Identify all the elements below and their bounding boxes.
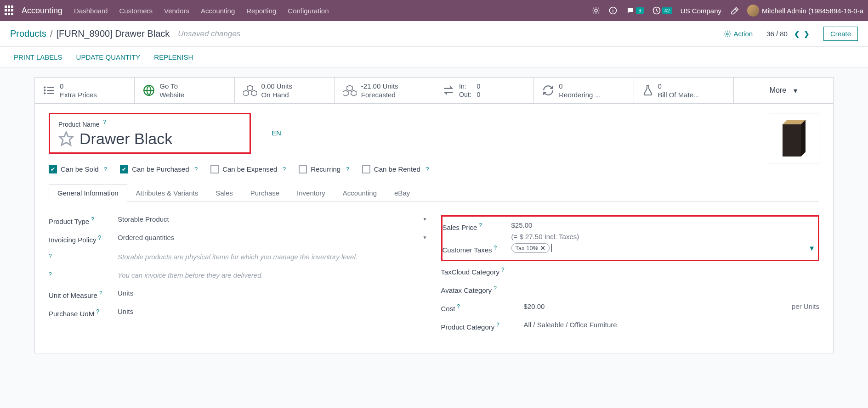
nav-configuration[interactable]: Configuration bbox=[288, 7, 329, 15]
help-icon[interactable]: ? bbox=[457, 303, 460, 310]
tab-ebay[interactable]: eBay bbox=[386, 184, 419, 201]
cost-per: per Units bbox=[792, 302, 819, 310]
invoicing-policy-select[interactable]: Ordered quantities▼ bbox=[118, 234, 427, 241]
stat-forecasted[interactable]: -21.00 UnitsForecasted bbox=[335, 78, 434, 103]
apps-icon[interactable] bbox=[5, 6, 15, 16]
stat-reordering[interactable]: 0Reordering ... bbox=[534, 78, 634, 103]
nav-accounting[interactable]: Accounting bbox=[201, 7, 235, 15]
stat-in-out[interactable]: In:0 Out:0 bbox=[434, 78, 534, 103]
svg-marker-13 bbox=[801, 120, 806, 156]
invoice-note: You can invoice them before they are del… bbox=[118, 270, 427, 281]
pager-next[interactable]: ❯ bbox=[804, 30, 810, 38]
create-button[interactable]: Create bbox=[823, 27, 858, 41]
support-icon[interactable] bbox=[608, 6, 618, 15]
tab-attributes-variants[interactable]: Attributes & Variants bbox=[127, 184, 207, 201]
product-name-input[interactable]: Drawer Black bbox=[79, 130, 172, 148]
messages-icon[interactable]: 9 bbox=[626, 6, 643, 15]
tab-accounting[interactable]: Accounting bbox=[334, 184, 386, 201]
help-icon[interactable]: ? bbox=[103, 119, 106, 125]
cost-value[interactable]: $20.00 bbox=[524, 302, 545, 310]
flask-icon bbox=[642, 84, 653, 96]
help-icon[interactable]: ? bbox=[49, 253, 52, 259]
actions-row: PRINT LABELS UPDATE QUANTITY REPLENISH bbox=[0, 47, 868, 68]
breadcrumb: Products / [FURN_8900] Drawer Black bbox=[10, 28, 170, 39]
puom-value[interactable]: Units bbox=[118, 307, 427, 315]
help-icon[interactable]: ? bbox=[98, 235, 101, 241]
tools-icon[interactable] bbox=[730, 6, 739, 15]
pager-count[interactable]: 36 / 80 bbox=[766, 30, 788, 38]
company-switcher[interactable]: US Company bbox=[681, 7, 721, 15]
svg-point-4 bbox=[44, 87, 45, 88]
tag-remove-icon[interactable]: ✕ bbox=[540, 245, 545, 252]
pager-prev[interactable]: ❮ bbox=[794, 30, 800, 38]
help-icon[interactable]: ? bbox=[426, 166, 429, 173]
help-icon[interactable]: ? bbox=[99, 290, 102, 296]
favorite-star-icon[interactable] bbox=[58, 131, 74, 146]
help-icon[interactable]: ? bbox=[91, 216, 94, 223]
tab-sales[interactable]: Sales bbox=[207, 184, 242, 201]
tab-general-information[interactable]: General Information bbox=[49, 184, 127, 201]
stat-more[interactable]: More ▾ bbox=[734, 78, 833, 103]
check-can-be-expensed[interactable]: Can be Expensed? bbox=[210, 165, 286, 173]
pager: 36 / 80 ❮ ❯ bbox=[766, 30, 810, 38]
product-image[interactable] bbox=[769, 113, 819, 163]
checkbox-icon bbox=[362, 165, 370, 173]
app-brand[interactable]: Accounting bbox=[22, 6, 62, 16]
breadcrumb-root[interactable]: Products bbox=[10, 28, 46, 39]
invoicing-policy-label: Invoicing Policy? bbox=[49, 234, 118, 244]
help-icon[interactable]: ? bbox=[496, 322, 499, 328]
update-quantity-button[interactable]: UPDATE QUANTITY bbox=[76, 53, 141, 61]
globe-icon bbox=[143, 84, 155, 96]
help-icon[interactable]: ? bbox=[494, 285, 497, 291]
product-name-label: Product Name bbox=[58, 121, 99, 128]
print-labels-button[interactable]: PRINT LABELS bbox=[14, 53, 62, 61]
breadcrumb-current: [FURN_8900] Drawer Black bbox=[57, 28, 170, 39]
action-menu[interactable]: Action bbox=[724, 30, 753, 38]
left-column: Product Type? Storable Product▼ Invoicin… bbox=[49, 215, 427, 339]
activities-icon[interactable]: 42 bbox=[652, 6, 672, 15]
nav-customers[interactable]: Customers bbox=[119, 7, 153, 15]
check-can-be-sold[interactable]: ✔ Can be Sold? bbox=[49, 165, 107, 173]
check-recurring[interactable]: Recurring? bbox=[299, 165, 349, 173]
nav-dashboard[interactable]: Dashboard bbox=[74, 7, 108, 15]
category-label: Product Category? bbox=[441, 321, 524, 331]
user-menu[interactable]: Mitchell Admin (19845894-16-0-a bbox=[747, 5, 863, 17]
caret-down-icon[interactable]: ▼ bbox=[808, 244, 815, 252]
tab-inventory[interactable]: Inventory bbox=[288, 184, 334, 201]
help-icon[interactable]: ? bbox=[283, 166, 286, 173]
help-icon[interactable]: ? bbox=[49, 271, 52, 278]
boxes-icon bbox=[243, 84, 257, 96]
stat-website[interactable]: Go ToWebsite bbox=[135, 78, 234, 103]
product-type-select[interactable]: Storable Product▼ bbox=[118, 215, 427, 223]
user-name-label: Mitchell Admin (19845894-16-0-a bbox=[762, 7, 863, 15]
language-badge[interactable]: EN bbox=[272, 129, 281, 161]
nav-reporting[interactable]: Reporting bbox=[246, 7, 276, 15]
help-icon[interactable]: ? bbox=[479, 222, 482, 229]
tax-tag[interactable]: Tax 10% ✕ bbox=[511, 243, 550, 253]
nav-vendors[interactable]: Vendors bbox=[164, 7, 189, 15]
sales-price-value[interactable]: $25.00 bbox=[511, 221, 816, 229]
price-tax-highlight: Sales Price? $25.00 (= $ 27.50 Incl. Tax… bbox=[441, 215, 820, 261]
help-icon[interactable]: ? bbox=[195, 166, 198, 173]
category-value[interactable]: All / Saleable / Office Furniture bbox=[524, 321, 820, 329]
help-icon[interactable]: ? bbox=[96, 308, 99, 315]
stat-bom[interactable]: 0Bill Of Mate... bbox=[634, 78, 734, 103]
check-can-be-purchased[interactable]: ✔ Can be Purchased? bbox=[120, 165, 198, 173]
help-icon[interactable]: ? bbox=[104, 166, 108, 173]
refresh-icon bbox=[542, 84, 554, 96]
tab-purchase[interactable]: Purchase bbox=[242, 184, 288, 201]
bug-icon[interactable] bbox=[592, 6, 600, 15]
check-can-be-rented[interactable]: Can be Rented? bbox=[362, 165, 429, 173]
help-icon[interactable]: ? bbox=[346, 166, 349, 173]
help-icon[interactable]: ? bbox=[494, 245, 497, 251]
text-cursor bbox=[551, 244, 552, 252]
stat-on-hand[interactable]: 0.00 UnitsOn Hand bbox=[235, 78, 335, 103]
customer-taxes-input[interactable]: Tax 10% ✕ ▼ bbox=[511, 243, 816, 254]
replenish-button[interactable]: REPLENISH bbox=[154, 53, 193, 61]
uom-value[interactable]: Units bbox=[118, 289, 427, 297]
caret-down-icon: ▼ bbox=[423, 235, 427, 240]
help-icon[interactable]: ? bbox=[501, 267, 505, 273]
stat-extra-prices[interactable]: 0Extra Prices bbox=[35, 78, 135, 103]
caret-down-icon: ▾ bbox=[794, 86, 797, 95]
stat-buttons: 0Extra Prices Go ToWebsite 0.00 UnitsOn … bbox=[35, 78, 833, 104]
